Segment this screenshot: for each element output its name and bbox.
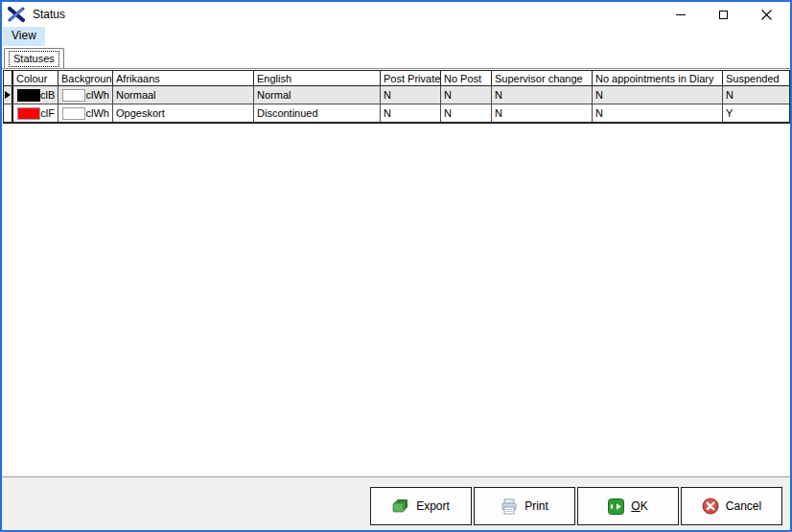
cell-suspended[interactable]: Y [723, 104, 789, 122]
maximize-button[interactable] [702, 2, 745, 27]
status-window: Status View Statuses ColourBackgroundAfr… [0, 0, 792, 532]
col-header-indicator [4, 71, 13, 85]
minimize-icon [676, 14, 686, 15]
export-button[interactable]: Export [370, 487, 472, 525]
cell-colour[interactable]: clF [13, 104, 58, 122]
ok-arrow-icon [608, 498, 624, 515]
cell-no_post[interactable]: N [441, 86, 492, 104]
col-header-no_appointments[interactable]: No appointments in Diary [593, 71, 723, 85]
col-header-background[interactable]: Background [58, 71, 113, 85]
app-x-icon [8, 6, 25, 23]
background-swatch [62, 89, 85, 102]
col-header-post_private[interactable]: Post Private [381, 71, 441, 85]
close-button[interactable] [745, 2, 788, 27]
ok-label: OK [631, 499, 647, 513]
cell-background[interactable]: clWh [58, 104, 113, 122]
cell-no_appointments[interactable]: N [593, 104, 723, 122]
title-bar: Status [2, 2, 790, 27]
cell-suspended[interactable]: N [723, 86, 789, 104]
cell-no_post[interactable]: N [441, 104, 492, 122]
colour-swatch [17, 107, 40, 120]
minimize-button[interactable] [659, 2, 702, 27]
table-row[interactable]: clFclWhOpgeskortDiscontinuedNNNNY [4, 104, 789, 123]
print-label: Print [524, 499, 548, 513]
col-header-no_post[interactable]: No Post [441, 71, 492, 85]
cell-background[interactable]: clWh [58, 86, 113, 104]
cell-afrikaans[interactable]: Normaal [113, 86, 254, 104]
cell-afrikaans[interactable]: Opgeskort [113, 104, 254, 122]
menu-item-view[interactable]: View [3, 27, 45, 46]
cell-english[interactable]: Discontinued [254, 104, 381, 122]
row-indicator [4, 86, 13, 104]
tab-strip: Statuses [2, 46, 790, 68]
maximize-icon [719, 11, 728, 19]
button-panel: Export Print OK [2, 476, 790, 530]
col-header-english[interactable]: English [254, 71, 381, 85]
table-row[interactable]: clBclWhNormaalNormalNNNNN [4, 86, 789, 104]
statuses-grid: ColourBackgroundAfrikaansEnglishPost Pri… [3, 70, 790, 124]
background-value: clWh [86, 89, 112, 101]
export-sheets-icon [392, 498, 409, 514]
grid-header-row: ColourBackgroundAfrikaansEnglishPost Pri… [4, 71, 789, 86]
printer-icon [501, 498, 518, 515]
cell-post_private[interactable]: N [381, 86, 441, 104]
cell-supervisor_change[interactable]: N [492, 86, 593, 104]
background-value: clWh [86, 107, 112, 119]
tab-divider [2, 68, 790, 69]
row-indicator [4, 104, 13, 122]
print-button[interactable]: Print [474, 487, 575, 525]
window-title: Status [33, 8, 65, 21]
export-label: Export [416, 499, 450, 513]
close-icon [761, 10, 772, 20]
cancel-button[interactable]: Cancel [681, 487, 782, 525]
cancel-label: Cancel [726, 499, 761, 513]
cancel-icon [702, 497, 719, 515]
cell-post_private[interactable]: N [381, 104, 441, 122]
col-header-afrikaans[interactable]: Afrikaans [113, 71, 254, 85]
cell-supervisor_change[interactable]: N [492, 104, 593, 122]
cell-colour[interactable]: clB [13, 86, 58, 104]
col-header-suspended[interactable]: Suspended [723, 71, 789, 85]
cell-no_appointments[interactable]: N [593, 86, 723, 104]
ok-button[interactable]: OK [577, 487, 679, 525]
colour-value: clF [40, 107, 58, 119]
tab-label: Statuses [9, 51, 59, 67]
col-header-colour[interactable]: Colour [13, 71, 58, 85]
selected-row-arrow-icon [5, 91, 11, 99]
menu-bar: View [2, 27, 790, 46]
cell-english[interactable]: Normal [254, 86, 381, 104]
colour-value: clB [40, 89, 58, 101]
col-header-supervisor_change[interactable]: Supervisor change [492, 71, 593, 85]
tab-statuses[interactable]: Statuses [4, 48, 64, 68]
colour-swatch [17, 89, 40, 102]
background-swatch [62, 107, 85, 120]
